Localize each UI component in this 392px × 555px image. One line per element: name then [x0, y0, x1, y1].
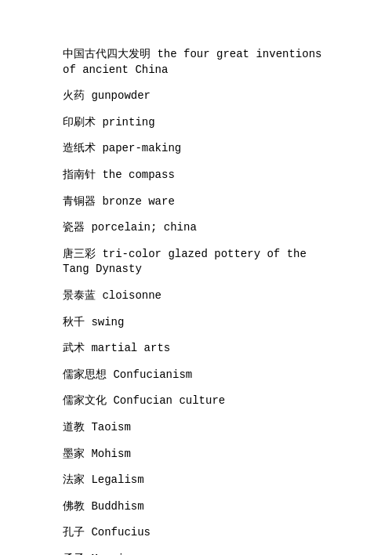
- list-item: 墨家 Mohism: [63, 447, 329, 462]
- list-item: 武术 martial arts: [63, 341, 329, 357]
- list-item: 青铜器 bronze ware: [63, 194, 329, 210]
- list-item: 佛教 Buddhism: [63, 499, 329, 515]
- list-item: 秋千 swing: [63, 315, 329, 331]
- list-item: 孔子 Confucius: [63, 525, 329, 541]
- list-item: 景泰蓝 cloisonne: [63, 288, 329, 304]
- list-item: 法家 Legalism: [63, 473, 329, 488]
- list-item: 瓷器 porcelain; china: [63, 220, 329, 236]
- list-item: 中国古代四大发明 the four great inventions of an…: [63, 47, 329, 78]
- content-list: 中国古代四大发明 the four great inventions of an…: [63, 47, 329, 555]
- list-item: 印刷术 printing: [63, 115, 329, 131]
- list-item: 孟子 Mencius: [63, 552, 329, 555]
- list-item: 道教 Taoism: [63, 420, 329, 436]
- list-item: 指南针 the compass: [63, 168, 329, 183]
- list-item: 火药 gunpowder: [63, 89, 329, 104]
- list-item: 造纸术 paper-making: [63, 141, 329, 157]
- list-item: 儒家思想 Confucianism: [63, 368, 329, 383]
- list-item: 唐三彩 tri-color glazed pottery of the Tang…: [63, 247, 329, 278]
- list-item: 儒家文化 Confucian culture: [63, 394, 329, 409]
